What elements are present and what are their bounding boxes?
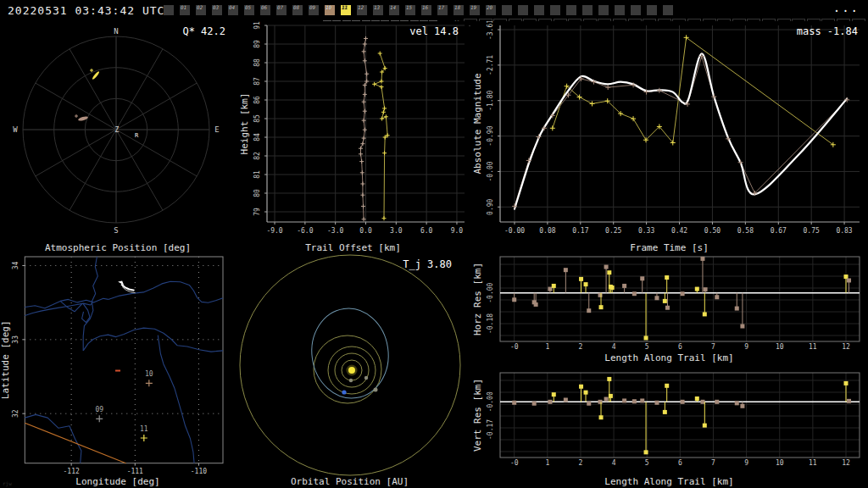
svg-text:10: 10	[776, 459, 784, 467]
meteor-dashboard: 20220531 03:43:42 UTC 010203040506070809…	[0, 0, 868, 488]
frame-thumbnail[interactable]: 12	[357, 5, 367, 15]
svg-text:-0.17: -0.17	[487, 419, 494, 440]
horz-res-xlabel: Length Along Trail [km]	[470, 352, 868, 363]
svg-text:5: 5	[645, 343, 649, 351]
svg-text:-112: -112	[64, 468, 80, 475]
atmospheric-position-plot: NSEWZR	[0, 21, 236, 254]
svg-text:E: E	[214, 125, 219, 134]
frame-thumbnail[interactable]: 15	[405, 5, 415, 15]
frame-thumbnail[interactable]: 04	[228, 5, 238, 15]
svg-text:Latitude [deg]: Latitude [deg]	[0, 320, 11, 399]
svg-text:10: 10	[776, 343, 784, 351]
frame-thumbnail[interactable]: 09	[309, 5, 319, 15]
frame-thumbnail[interactable]	[598, 5, 609, 15]
svg-text:88: 88	[253, 58, 261, 67]
frame-thumbnail[interactable]: 20	[486, 5, 496, 15]
svg-text:82: 82	[253, 152, 261, 160]
ground-map-plot: -112-111-110343332Latitude [deg]100911	[0, 254, 236, 488]
svg-text:-6.0: -6.0	[297, 227, 313, 235]
frame-thumbnail[interactable]: 16	[421, 5, 431, 15]
svg-text:4: 4	[612, 459, 616, 467]
svg-text:86: 86	[253, 96, 261, 104]
svg-text:-1.80: -1.80	[487, 91, 494, 111]
frame-thumbnail[interactable]: 17	[437, 5, 448, 15]
svg-text:-3.61: -3.61	[487, 21, 494, 40]
svg-text:Absolute Magnitude: Absolute Magnitude	[472, 73, 483, 174]
svg-text:0.50: 0.50	[704, 227, 721, 235]
svg-text:-110: -110	[191, 468, 207, 475]
frame-thumbnail[interactable]	[566, 5, 576, 15]
svg-text:10: 10	[145, 370, 153, 378]
svg-text:-0: -0	[510, 343, 519, 351]
svg-text:85: 85	[253, 114, 261, 123]
frame-thumbnail[interactable]	[663, 5, 673, 15]
frame-thumbnail[interactable]	[518, 5, 528, 15]
svg-text:-0.00: -0.00	[487, 161, 494, 181]
frame-thumbnail[interactable]	[164, 5, 174, 15]
svg-text:12: 12	[842, 343, 850, 351]
frame-thumbnail[interactable]: 05	[244, 5, 254, 15]
frame-thumbnail[interactable]: 19	[470, 5, 480, 15]
frame-thumbnail-strip[interactable]: 0102030405060708091011121314151617181920	[164, 5, 673, 15]
svg-text:6.0: 6.0	[420, 227, 433, 235]
atmospheric-title: Atmospheric Position [deg]	[0, 242, 236, 253]
frame-thumbnail[interactable]: 13	[373, 5, 383, 15]
svg-text:-0.18: -0.18	[487, 313, 494, 334]
frame-thumbnail[interactable]: 18	[453, 5, 464, 15]
svg-text:0.42: 0.42	[671, 227, 687, 235]
frame-thumbnail[interactable]: 07	[276, 5, 287, 15]
svg-text:11: 11	[140, 425, 148, 433]
svg-text:81: 81	[253, 170, 261, 179]
frame-thumbnail[interactable]	[615, 5, 625, 15]
svg-text:0.17: 0.17	[572, 227, 588, 235]
frame-thumbnail[interactable]: 10	[325, 5, 335, 15]
map-xlabel: Longitude [deg]	[0, 476, 236, 487]
svg-text:0.58: 0.58	[737, 227, 754, 235]
vert-res-xlabel: Length Along Trail [km]	[470, 476, 868, 487]
frame-thumbnail[interactable]	[582, 5, 593, 15]
svg-text:6: 6	[678, 459, 682, 467]
residuals-panel: -01245679101112-0.00-0.18Horz Res [km]-0…	[470, 254, 868, 488]
frame-thumbnail[interactable]	[631, 5, 641, 15]
svg-text:6: 6	[678, 343, 682, 351]
svg-text:-0: -0	[510, 459, 519, 467]
frame-thumbnail[interactable]: 03	[212, 5, 222, 15]
svg-text:9.0: 9.0	[451, 227, 464, 235]
frame-thumbnail[interactable]: 08	[292, 5, 303, 15]
svg-text:-0.00: -0.00	[487, 391, 494, 412]
frame-thumbnail[interactable]: 11	[341, 5, 351, 15]
svg-text:2: 2	[579, 459, 583, 467]
svg-text:32: 32	[12, 409, 19, 418]
overflow-menu-icon[interactable]: ...	[833, 1, 860, 14]
svg-text:0.90: 0.90	[487, 198, 494, 214]
svg-text:9: 9	[744, 459, 748, 467]
orbital-position-panel: T_j 3.80 Orbital Position [AU]	[237, 254, 462, 488]
svg-text:R: R	[135, 132, 139, 139]
svg-text:-2.71: -2.71	[487, 55, 494, 75]
svg-text:-0.00: -0.00	[504, 227, 525, 235]
frame-thumbnail[interactable]: 02	[196, 5, 206, 15]
frame-thumbnail[interactable]	[550, 5, 560, 15]
svg-text:0.25: 0.25	[605, 227, 621, 235]
svg-text:0.83: 0.83	[836, 227, 852, 235]
svg-text:S: S	[114, 226, 118, 235]
orbital-position-plot	[237, 254, 462, 488]
magnitude-plot: -0.000.080.170.250.330.420.500.580.670.7…	[470, 21, 868, 254]
svg-text:N: N	[114, 27, 118, 36]
svg-text:-9.0: -9.0	[266, 227, 282, 235]
frame-thumbnail[interactable]: 14	[389, 5, 399, 15]
frame-thumbnail[interactable]: 06	[260, 5, 270, 15]
svg-text:09: 09	[95, 406, 103, 413]
svg-text:0.75: 0.75	[804, 227, 820, 235]
velocity-badge: vel 14.8	[409, 25, 459, 37]
q-value-badge: Q* 42.2	[182, 25, 225, 37]
orbit-title: Orbital Position [AU]	[237, 476, 462, 487]
svg-text:-3.0: -3.0	[327, 227, 343, 235]
svg-text:-0.00: -0.00	[487, 282, 494, 302]
svg-text:7: 7	[711, 343, 715, 351]
frame-thumbnail[interactable]	[502, 5, 512, 15]
frame-thumbnail[interactable]: 01	[180, 5, 190, 15]
frame-thumbnail[interactable]	[647, 5, 657, 15]
frame-thumbnail[interactable]	[534, 5, 544, 15]
svg-text:80: 80	[253, 189, 261, 197]
